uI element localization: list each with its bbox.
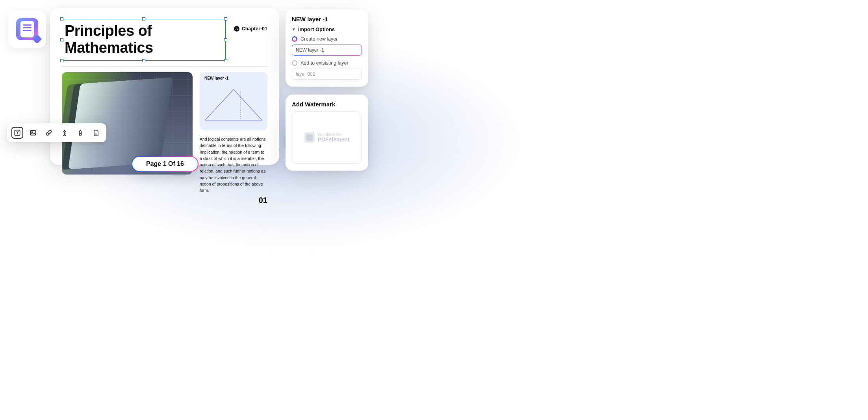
page-number: 01 [200,196,267,205]
document-title[interactable]: Principles of Mathematics [65,22,218,56]
page-indicator-pill[interactable]: Page 1 Of 16 [132,156,198,172]
resize-handle-icon[interactable] [60,59,63,62]
resize-handle-icon[interactable] [60,38,63,41]
divider [62,66,267,67]
edit-shape-button[interactable] [74,127,86,139]
create-layer-label: Create new layer [300,36,338,42]
page-tool-button[interactable] [90,127,102,139]
chapter-label: Chapter-01 [242,26,267,32]
resize-handle-icon[interactable] [142,59,145,62]
app-logo-card [8,10,46,48]
existing-layer-value: layer 002 [296,71,315,77]
add-existing-label: Add to exisisting layer [300,60,349,66]
create-layer-option[interactable]: Create new layer [292,36,362,42]
font-tool-button[interactable] [59,127,70,139]
page-tool-icon [92,129,100,137]
text-tool-icon [13,129,21,137]
edit-shape-icon [76,129,84,137]
add-existing-option[interactable]: Add to exisisting layer [292,60,362,66]
resize-handle-icon[interactable] [224,59,227,62]
import-options-header[interactable]: ▼ Import Options [292,26,362,32]
title-text-selection[interactable]: Principles of Mathematics [62,19,226,61]
text-tool-button[interactable] [11,127,23,139]
collapse-triangle-icon[interactable]: ▼ [292,27,296,32]
watermark-brand-line2: PDFelement [318,137,350,143]
resize-handle-icon[interactable] [142,17,145,20]
new-layer-name-input[interactable]: NEW layer -1 [292,45,362,56]
layer-panel-title: NEW layer -1 [292,16,362,22]
page-indicator-label: Page 1 Of 16 [146,160,184,167]
link-tool-icon [45,129,53,137]
new-layer-name-value: NEW layer -1 [296,47,324,53]
resize-handle-icon[interactable] [224,38,227,41]
font-tool-icon [61,129,69,137]
resize-handle-icon[interactable] [60,17,63,20]
chapter-badge: A Chapter-01 [234,26,267,32]
watermark-logo-icon [304,132,315,143]
triangle-diagram-icon [204,83,263,126]
app-logo-icon [16,18,38,40]
image-tool-icon [29,129,37,137]
radio-unselected-icon[interactable] [292,60,297,66]
watermark-brand-text: Wondershare PDFelement [318,132,350,143]
import-options-label: Import Options [298,26,335,32]
link-tool-button[interactable] [43,127,55,139]
layer-preview-card[interactable]: NEW layer -1 [200,72,267,130]
watermark-panel: Add Watermark Wondershare PDFelement [286,95,368,171]
chapter-badge-icon: A [234,26,239,32]
watermark-preview[interactable]: Wondershare PDFelement [292,112,362,164]
radio-selected-icon[interactable] [292,36,297,42]
image-tool-button[interactable] [27,127,39,139]
layer-preview-label: NEW layer -1 [204,76,263,80]
watermark-panel-title: Add Watermark [292,101,362,108]
existing-layer-select[interactable]: layer 002 [292,69,362,80]
resize-handle-icon[interactable] [224,17,227,20]
layer-panel: NEW layer -1 ▼ Import Options Create new… [286,9,368,87]
body-paragraph[interactable]: And logical constants are all notions de… [200,136,267,193]
svg-marker-0 [205,89,262,120]
floating-toolbar [7,123,106,142]
